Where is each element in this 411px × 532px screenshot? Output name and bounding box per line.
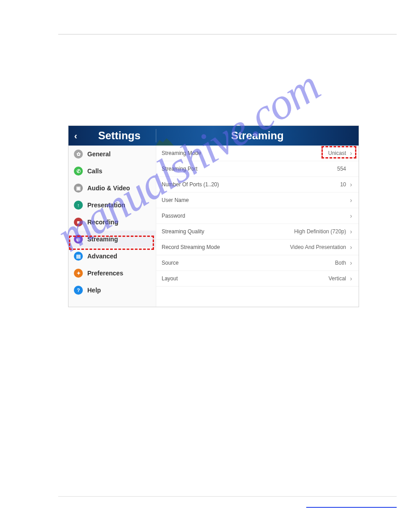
settings-sidebar: ✿ General ✆ Calls ▣ Audio & Video ↑ Pres… [68,146,156,307]
setting-row-streaming-mode[interactable]: Streaming Mode Unicast › [156,146,359,161]
setting-value: High Definition (720p) [294,228,346,235]
sidebar-item-presentation[interactable]: ↑ Presentation [68,197,156,214]
setting-label: Streaming Quality [162,228,204,235]
chevron-right-icon: › [349,275,353,282]
header-right-title: Streaming [156,129,359,142]
av-icon: ▣ [74,184,83,193]
sidebar-item-general[interactable]: ✿ General [68,146,156,163]
setting-row-number-of-ports[interactable]: Number Of Ports (1..20) 10 › [156,177,359,193]
setting-label: Streaming Mode [162,150,201,156]
puzzle-icon: ✦ [74,269,83,278]
setting-row-streaming-port[interactable]: Streaming Port 554 › [156,161,359,177]
setting-value-wrap: Unicast › [328,150,353,157]
chevron-right-icon: › [349,228,353,235]
setting-row-password[interactable]: Password › [156,208,359,224]
advanced-icon: ▤ [74,252,83,261]
setting-value-wrap: 10 › [340,181,353,188]
sidebar-item-label: Preferences [87,270,123,277]
sidebar-item-label: Audio & Video [87,184,130,192]
setting-value-wrap: Vertical › [329,275,353,282]
chevron-left-icon: ‹ [74,131,77,141]
setting-label: User Name [162,197,189,203]
setting-label: Number Of Ports (1..20) [162,181,219,188]
back-button[interactable]: ‹ [68,131,83,141]
sidebar-item-label: Presentation [87,202,125,209]
chevron-right-icon: › [349,212,353,219]
sidebar-item-label: Calls [87,167,102,175]
setting-value: 554 [337,166,346,172]
sidebar-item-label: General [87,150,111,158]
setting-row-layout[interactable]: Layout Vertical › [156,271,359,287]
sidebar-item-audio-video[interactable]: ▣ Audio & Video [68,180,156,197]
setting-label: Layout [162,275,178,282]
broadcast-icon: ◉ [74,235,83,244]
setting-label: Source [162,260,179,266]
up-arrow-icon: ↑ [74,201,83,210]
sidebar-item-advanced[interactable]: ▤ Advanced [68,248,156,265]
question-icon: ? [74,286,83,295]
setting-value-wrap: › [346,197,353,204]
settings-window: ‹ Settings Streaming ✿ General ✆ Calls ▣… [68,125,359,307]
window-body: ✿ General ✆ Calls ▣ Audio & Video ↑ Pres… [68,146,359,307]
setting-value: 10 [340,181,346,188]
chevron-right-icon: › [349,197,353,204]
phone-icon: ✆ [74,167,83,176]
page-footer-accent [306,507,397,508]
sidebar-item-label: Advanced [87,253,117,260]
header-left-title: Settings [83,129,156,142]
setting-label: Password [162,213,185,219]
page-bottom-rule [58,496,397,497]
chevron-right-icon: › [349,259,353,266]
chevron-right-icon: › [349,181,353,188]
sidebar-item-label: Recording [87,219,118,226]
sidebar-item-label: Streaming [87,236,118,243]
sidebar-item-help[interactable]: ? Help [68,282,156,299]
setting-value: Both [335,260,346,266]
page-top-rule [58,34,397,34]
setting-value: Vertical [329,275,346,282]
chevron-right-icon: › [349,244,353,251]
setting-value: Video And Presentation [290,244,346,250]
sidebar-item-recording[interactable]: ■ Recording [68,214,156,231]
setting-value-wrap: Video And Presentation › [290,244,353,251]
sidebar-item-preferences[interactable]: ✦ Preferences [68,265,156,282]
setting-row-streaming-quality[interactable]: Streaming Quality High Definition (720p)… [156,224,359,240]
window-header: ‹ Settings Streaming [68,126,359,146]
sidebar-item-calls[interactable]: ✆ Calls [68,163,156,180]
setting-row-record-streaming-mode[interactable]: Record Streaming Mode Video And Presenta… [156,240,359,255]
setting-label: Streaming Port [162,166,197,172]
setting-value-wrap: › [346,212,353,219]
setting-value-wrap: 554 › [337,165,353,172]
chevron-right-icon: › [349,150,353,157]
setting-row-source[interactable]: Source Both › [156,255,359,271]
gear-icon: ✿ [74,150,83,159]
sidebar-item-label: Help [87,287,101,294]
record-icon: ■ [74,218,83,227]
setting-row-user-name[interactable]: User Name › [156,193,359,208]
sidebar-item-streaming[interactable]: ◉ Streaming [68,231,156,248]
setting-value: Unicast [328,150,346,156]
setting-value-wrap: High Definition (720p) › [294,228,353,235]
settings-content-panel: Streaming Mode Unicast › Streaming Port … [156,146,359,307]
setting-label: Record Streaming Mode [162,244,220,250]
setting-value-wrap: Both › [335,259,353,266]
